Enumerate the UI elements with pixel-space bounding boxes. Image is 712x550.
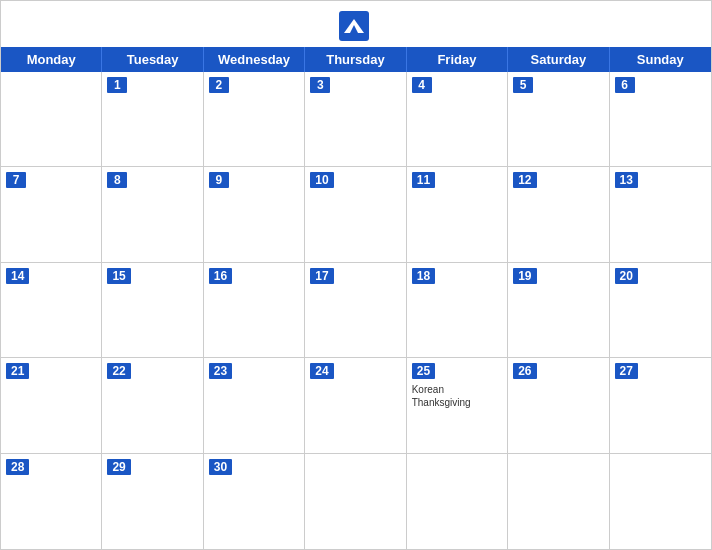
day-number: 20 — [615, 268, 638, 284]
day-cell: 27 — [610, 358, 711, 453]
day-number: 4 — [412, 77, 432, 93]
day-cell: 14 — [1, 263, 102, 358]
day-number: 15 — [107, 268, 130, 284]
day-cell: 30 — [204, 454, 305, 549]
day-cell: 1 — [102, 72, 203, 167]
day-number: 3 — [310, 77, 330, 93]
day-number: 21 — [6, 363, 29, 379]
day-header-wednesday: Wednesday — [204, 47, 305, 72]
day-header-friday: Friday — [407, 47, 508, 72]
calendar-container: MondayTuesdayWednesdayThursdayFridaySatu… — [0, 0, 712, 550]
day-cell: 23 — [204, 358, 305, 453]
day-cell: 9 — [204, 167, 305, 262]
day-number: 28 — [6, 459, 29, 475]
day-number: 30 — [209, 459, 232, 475]
day-cell: 24 — [305, 358, 406, 453]
day-number: 5 — [513, 77, 533, 93]
day-cell — [407, 454, 508, 549]
generalblue-logo-icon — [339, 11, 369, 41]
day-header-thursday: Thursday — [305, 47, 406, 72]
day-cell: 15 — [102, 263, 203, 358]
day-cell: 5 — [508, 72, 609, 167]
day-cell: 26 — [508, 358, 609, 453]
day-cell: 8 — [102, 167, 203, 262]
day-cell: 7 — [1, 167, 102, 262]
day-number: 19 — [513, 268, 536, 284]
day-cell — [305, 454, 406, 549]
day-header-monday: Monday — [1, 47, 102, 72]
day-number: 29 — [107, 459, 130, 475]
day-cell: 6 — [610, 72, 711, 167]
day-cell: 2 — [204, 72, 305, 167]
day-cell: 28 — [1, 454, 102, 549]
day-number: 6 — [615, 77, 635, 93]
day-cell: 13 — [610, 167, 711, 262]
day-cell: 11 — [407, 167, 508, 262]
day-number: 8 — [107, 172, 127, 188]
logo — [339, 11, 373, 41]
day-number: 11 — [412, 172, 435, 188]
day-cell: 20 — [610, 263, 711, 358]
day-number: 24 — [310, 363, 333, 379]
day-cell: 29 — [102, 454, 203, 549]
day-number: 17 — [310, 268, 333, 284]
day-cell: 10 — [305, 167, 406, 262]
day-number: 1 — [107, 77, 127, 93]
day-number: 7 — [6, 172, 26, 188]
day-header-tuesday: Tuesday — [102, 47, 203, 72]
day-number: 13 — [615, 172, 638, 188]
day-number: 12 — [513, 172, 536, 188]
day-number: 23 — [209, 363, 232, 379]
day-cell: 19 — [508, 263, 609, 358]
calendar-grid: 1234567891011121314151617181920212223242… — [1, 72, 711, 549]
day-headers-row: MondayTuesdayWednesdayThursdayFridaySatu… — [1, 47, 711, 72]
day-number: 18 — [412, 268, 435, 284]
day-number: 2 — [209, 77, 229, 93]
day-number: 26 — [513, 363, 536, 379]
day-number: 14 — [6, 268, 29, 284]
day-number: 16 — [209, 268, 232, 284]
day-number: 27 — [615, 363, 638, 379]
day-cell: 21 — [1, 358, 102, 453]
day-cell — [508, 454, 609, 549]
day-cell: 22 — [102, 358, 203, 453]
day-cell: 18 — [407, 263, 508, 358]
day-cell: 25Korean Thanksgiving — [407, 358, 508, 453]
day-cell: 17 — [305, 263, 406, 358]
event-label: Korean Thanksgiving — [412, 383, 502, 409]
day-number: 22 — [107, 363, 130, 379]
calendar-header — [1, 1, 711, 47]
day-cell: 4 — [407, 72, 508, 167]
day-header-sunday: Sunday — [610, 47, 711, 72]
day-number: 10 — [310, 172, 333, 188]
day-cell — [610, 454, 711, 549]
day-number: 9 — [209, 172, 229, 188]
day-cell: 16 — [204, 263, 305, 358]
day-cell: 12 — [508, 167, 609, 262]
day-cell — [1, 72, 102, 167]
day-number: 25 — [412, 363, 435, 379]
day-header-saturday: Saturday — [508, 47, 609, 72]
day-cell: 3 — [305, 72, 406, 167]
